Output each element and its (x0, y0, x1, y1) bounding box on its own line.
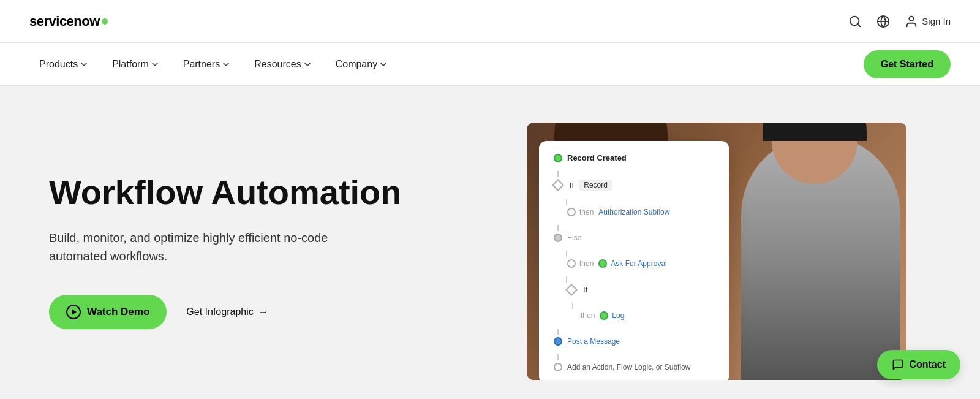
chevron-down-icon (304, 61, 311, 68)
wf-else-label: Else (567, 234, 581, 242)
contact-label: Contact (909, 359, 946, 370)
chevron-down-icon (222, 61, 230, 68)
nav-item-resources[interactable]: Resources (244, 54, 320, 75)
wf-connector (557, 354, 559, 360)
chevron-down-icon (80, 61, 88, 68)
user-icon (905, 15, 918, 28)
chevron-down-icon (151, 61, 159, 68)
wf-then-log: then Log (554, 311, 714, 320)
hero-right: Record Created If Record then Authorizat… (478, 123, 907, 380)
wf-add-label: Add an Action, Flow Logic, or Subflow (567, 363, 690, 371)
sign-in-button[interactable]: Sign In (905, 15, 951, 28)
nav-item-platform[interactable]: Platform (102, 54, 168, 75)
wf-dot-else (554, 234, 562, 242)
wf-dot-log (600, 311, 608, 320)
chat-icon (892, 359, 904, 371)
wf-if-record: If Record (554, 180, 714, 191)
wf-dot-add (554, 363, 562, 371)
get-infographic-label: Get Infographic (186, 306, 253, 317)
wf-then2-label: then (579, 259, 594, 268)
wf-post-message: Post a Message (554, 337, 714, 346)
search-button[interactable] (848, 15, 862, 28)
wf-dot-blue (554, 337, 562, 346)
wf-record-tag: Record (579, 180, 612, 191)
nav-bar: Products Platform Partners Resources Com… (0, 43, 980, 86)
globe-icon (876, 15, 890, 28)
logo-dot (102, 18, 108, 25)
wf-connector (566, 199, 567, 205)
wf-else: Else (554, 234, 714, 242)
wf-if2: If (554, 285, 714, 294)
wf-log: Log (612, 311, 624, 320)
wf-record-created-label: Record Created (567, 153, 627, 162)
wf-post-label: Post a Message (567, 337, 620, 346)
wf-connector (572, 303, 573, 309)
wf-connector (557, 329, 559, 335)
hero-left: Workflow Automation Build, monitor, and … (49, 173, 478, 329)
logo-text: servicenow (29, 13, 100, 29)
logo: servicenow (29, 13, 108, 29)
hero-title: Workflow Automation (49, 173, 453, 211)
wf-dot-then2 (567, 259, 576, 268)
wf-dot-green (554, 154, 562, 162)
wf-ask-approval: Ask For Approval (611, 259, 666, 268)
nav-item-products[interactable]: Products (29, 54, 97, 75)
hero-actions: Watch Demo Get Infographic → (49, 295, 453, 329)
hero-section: Workflow Automation Build, monitor, and … (0, 86, 980, 399)
nav-item-company[interactable]: Company (326, 54, 397, 75)
contact-button[interactable]: Contact (877, 350, 960, 379)
chevron-down-icon (380, 61, 387, 68)
wf-diamond-if (552, 179, 564, 191)
watch-demo-label: Watch Demo (87, 306, 149, 318)
wf-connector (557, 171, 559, 177)
wf-then-label: then (579, 208, 594, 216)
hero-image: Record Created If Record then Authorizat… (527, 123, 907, 380)
wf-then-approval: then Ask For Approval (554, 259, 714, 268)
wf-then3-label: then (581, 311, 595, 320)
sign-in-label: Sign In (922, 16, 951, 26)
wf-auth-subflow: Authorization Subflow (598, 208, 669, 216)
wf-diamond2 (565, 284, 578, 296)
search-icon (848, 15, 862, 28)
wf-record-created: Record Created (554, 153, 714, 162)
svg-line-1 (858, 24, 861, 26)
play-icon (66, 305, 81, 319)
nav-item-partners[interactable]: Partners (173, 54, 239, 75)
top-bar: servicenow Sign In (0, 0, 980, 43)
wf-connector (566, 251, 567, 257)
wf-connector (566, 276, 567, 283)
top-bar-right: Sign In (848, 15, 951, 28)
hero-subtitle: Build, monitor, and optimize highly effi… (49, 229, 380, 265)
wf-if-label: If (570, 181, 574, 190)
svg-point-4 (910, 16, 914, 20)
globe-button[interactable] (876, 15, 890, 28)
wf-if2-label: If (583, 285, 587, 294)
nav-left: Products Platform Partners Resources Com… (29, 54, 397, 75)
get-started-button[interactable]: Get Started (864, 50, 951, 78)
wf-dot-then (567, 208, 576, 216)
workflow-diagram: Record Created If Record then Authorizat… (539, 141, 729, 380)
wf-dot-approval (598, 259, 607, 268)
wf-connector (557, 225, 559, 231)
wf-add-action: Add an Action, Flow Logic, or Subflow (554, 363, 714, 371)
person2 (741, 135, 900, 380)
arrow-icon: → (258, 306, 268, 317)
get-infographic-button[interactable]: Get Infographic → (186, 306, 268, 317)
watch-demo-button[interactable]: Watch Demo (49, 295, 167, 329)
wf-then-auth: then Authorization Subflow (554, 208, 714, 216)
